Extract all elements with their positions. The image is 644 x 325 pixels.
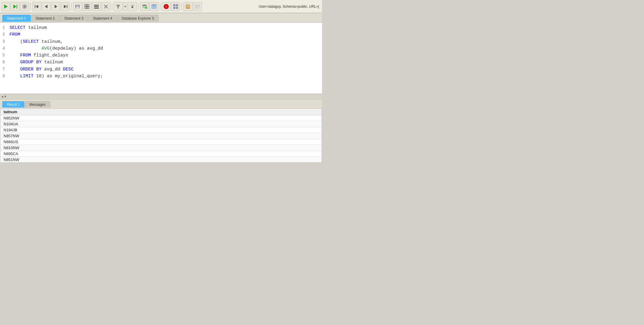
table-cell: N810NW [1,145,322,151]
connect-grid-button[interactable] [171,2,180,11]
toolbar: ✓ ! [0,0,322,13]
cylinder1-button[interactable] [183,2,192,11]
tab-messages[interactable]: Messages [25,101,50,108]
kw-limit: LIMIT [20,73,34,80]
separator-6 [182,3,182,10]
grid-button[interactable] [83,2,91,11]
sql-editor[interactable]: 1SELECT tailnum 2FROM 3 (SELECT tailnum,… [0,23,322,94]
table-row: N857NW [1,133,322,139]
svg-marker-24 [124,6,126,7]
resize-bar[interactable]: ▲ ▼ [0,94,322,99]
line-num-6: 6 [2,59,8,66]
table-row: N104UA [1,121,322,127]
table-cell: N851NW [1,157,322,163]
editor-line-8: 8 LIMIT 10) as my_original_query; [2,73,320,80]
separator-1 [31,3,31,10]
svg-rect-42 [195,5,199,8]
line-num-2: 2 [2,31,8,38]
separator-2 [71,3,72,10]
export-button[interactable] [128,2,137,11]
table-cell: N857NW [1,133,322,139]
svg-marker-10 [64,5,66,8]
result-tbody: N852NWN104UAN194JBN857NWN666USN810NWN695… [1,115,322,163]
svg-rect-17 [87,7,89,9]
svg-rect-38 [173,7,175,9]
run-button[interactable] [1,2,10,11]
table-row: N810NW [1,145,322,151]
col-tailnum: tailnum [1,109,322,115]
status-bar: User=dataguy, Schema=public, URL=j [258,4,321,9]
table-cell: N104UA [1,121,322,127]
kw-select-2: SELECT [23,38,39,45]
result-panel[interactable]: tailnum N852NWN104UAN194JBN857NWN666USN8… [0,108,322,162]
tab-statement-1[interactable]: Statement 1 [2,15,31,22]
svg-rect-37 [176,4,178,6]
table-row: N194JB [1,127,322,133]
table-cell: N695CA [1,151,322,157]
svg-rect-36 [173,4,175,6]
editor-line-6: 6 GROUP BY tailnum [2,59,320,66]
editor-line-2: 2FROM [2,31,320,38]
separator-4 [138,3,139,10]
arrow-down-icon: ▼ [4,95,6,98]
grid2-button[interactable] [92,2,101,11]
svg-marker-23 [116,5,120,9]
svg-marker-1 [13,4,16,9]
tab-statement-4[interactable]: Statement 4 [88,15,117,22]
run-step-button[interactable] [11,2,20,11]
svg-marker-7 [45,5,47,8]
line-num-7: 7 [2,66,8,73]
table-row: N666US [1,139,322,145]
svg-rect-15 [87,4,89,6]
table-row: N695CA [1,151,322,157]
table-cell: N852NW [1,115,322,121]
fn-avg: AVG [42,45,50,52]
line-num-1: 1 [2,24,8,31]
editor-line-3: 3 (SELECT tailnum, [2,38,320,45]
result-table: tailnum N852NWN104UAN194JBN857NWN666USN8… [0,108,322,162]
cylinder2-button[interactable] [193,2,202,11]
stop-button[interactable] [20,2,29,11]
db-connect-button[interactable]: ✓ [140,2,149,11]
tab-statement-3[interactable]: Statement 3 [60,15,88,22]
svg-rect-39 [176,7,178,9]
tab-result-1[interactable]: Result 1 [2,101,24,108]
svg-rect-2 [17,4,17,9]
svg-marker-6 [36,5,38,8]
svg-rect-14 [85,4,87,6]
svg-point-41 [186,7,190,9]
first-button[interactable] [32,2,41,11]
tab-database-explorer-5[interactable]: Database Explorer 5 [117,15,158,22]
svg-point-27 [142,4,147,6]
editor-line-7: 7 ORDER BY avg_dd DESC [2,66,320,73]
filter-button[interactable] [114,2,123,11]
line-num-4: 4 [2,45,8,52]
table-row: N851NW [1,157,322,163]
table-cell: N194JB [1,127,322,133]
svg-marker-0 [4,4,8,9]
line-num-8: 8 [2,73,8,80]
alert-button[interactable]: ! [162,2,171,11]
svg-marker-8 [55,5,57,8]
arrow-up-icon: ▲ [2,95,4,98]
kw-select-1: SELECT [9,24,26,31]
save-button[interactable] [73,2,82,11]
kw-desc: DESC [63,66,74,73]
tab-statement-2[interactable]: Statement 2 [31,15,59,22]
filter-dropdown-button[interactable] [123,2,127,11]
separator-3 [112,3,112,10]
next-button[interactable] [51,2,60,11]
db-table-button[interactable] [150,2,158,11]
last-button[interactable] [61,2,70,11]
close-button[interactable] [101,2,110,11]
kw-from-1: FROM [9,31,20,38]
svg-rect-9 [67,5,67,8]
svg-rect-20 [94,8,99,9]
tab-bar: Statement 1 Statement 2 Statement 3 Stat… [0,13,322,23]
svg-rect-31 [152,4,156,6]
table-header-row: tailnum [1,109,322,115]
editor-line-5: 5 FROM flight_delays [2,52,320,59]
prev-button[interactable] [42,2,51,11]
kw-group-by: GROUP BY [20,59,42,66]
kw-from-2: FROM [20,52,31,59]
